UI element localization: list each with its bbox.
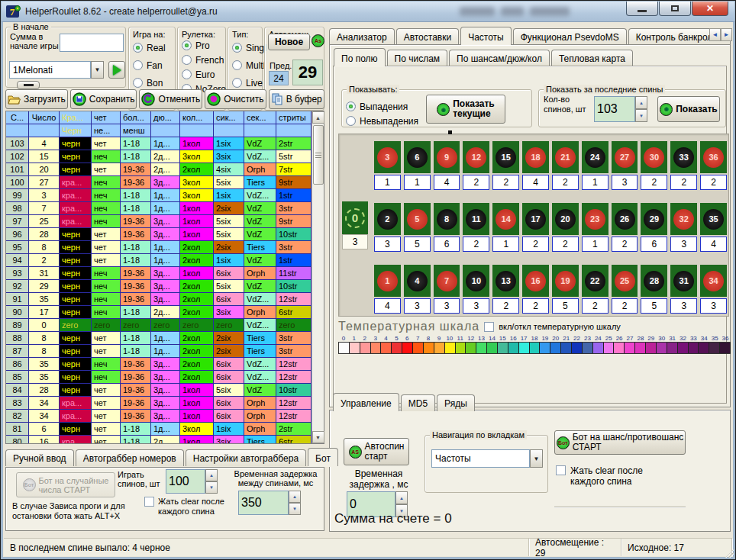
input-tab-1[interactable]: Ручной ввод [5,449,74,466]
scroll-down-icon[interactable]: ▼ [312,431,324,443]
autoshift-as-button[interactable]: As [312,34,324,47]
control-tab-2[interactable]: MD5 [401,394,435,411]
main-tab-1[interactable]: Анализатор [329,28,395,45]
combo-dropdown-icon[interactable]: ▼ [91,61,104,79]
radio-show-выпадения[interactable]: Выпадения [346,100,418,113]
table-cell: 0 [29,319,60,332]
board-count-24: 1 [582,175,608,190]
chance-bot-start-button[interactable]: Бот Бот на шанс/противошансСТАРТ [554,430,686,455]
radio-icon[interactable] [133,43,143,53]
board-count-13: 2 [492,298,519,314]
board-count-14: 1 [492,237,519,252]
stepper-up-icon[interactable]: ▲ [395,491,408,504]
table-cell: 3six [214,150,244,163]
radio-icon[interactable] [133,78,143,88]
close-button[interactable]: ✕ [692,2,728,16]
tab-navigation-combo[interactable]: Частоты ▼ [431,449,543,468]
spin-delay-value[interactable]: 350 [238,491,289,515]
radio-icon[interactable] [232,60,242,70]
scroll-thumb[interactable] [313,125,324,185]
black-number-chip: 2 [377,209,398,230]
spin-count-stepper[interactable]: 103 ▲▼ [594,96,647,122]
radio-roulette-french[interactable]: French [182,53,226,66]
main-tab-2[interactable]: Автоставки [396,28,460,45]
radio-icon[interactable] [182,69,192,79]
radio-show-невыпадения[interactable]: Невыпадения [346,114,418,127]
minimize-button[interactable] [626,2,658,16]
undo-button[interactable]: Отменить [139,89,202,109]
clear-after-spin-checkbox[interactable] [556,465,566,475]
clear-button[interactable]: Очистить [205,89,266,109]
load-button[interactable]: Загрузить [5,89,68,109]
table-cell: 31 [29,267,60,280]
show-current-button[interactable]: ◉ Показатьтекущие [426,95,505,124]
show-button[interactable]: ◉ Показать [657,96,720,122]
stepper-down-icon[interactable]: ▼ [205,481,218,494]
radio-icon[interactable] [133,60,143,70]
sum-at-start-input[interactable] [60,34,124,52]
input-tab-4[interactable]: Бот [308,448,338,466]
play-button[interactable] [108,61,125,79]
table-scrollbar[interactable]: ▲ ▼ [312,111,324,443]
spin-delay-stepper[interactable]: 350 ▲▼ [238,491,301,515]
board-number-23: 23 [582,203,608,235]
radio-icon[interactable] [182,55,192,65]
table-cell: 6six [214,397,244,410]
stepper-up-icon[interactable]: ▲ [289,491,301,503]
stepper-up-icon[interactable]: ▲ [205,469,218,481]
radio-roulette-euro[interactable]: Euro [182,68,226,81]
copy-to-buffer-button[interactable]: В буфер [269,89,324,109]
collapse-button[interactable] [17,81,40,89]
control-tab-1[interactable]: Управление [333,393,399,411]
table-cell: 87 [6,345,29,358]
input-tab-2[interactable]: Автограббер номеров [76,449,184,466]
autospin-start-button[interactable]: AS Автоспинстарт [344,438,409,465]
new-autoshift-button[interactable]: Новое [268,34,310,50]
freq-tab-1[interactable]: По полю [334,48,386,66]
input-tab-3[interactable]: Настройки автограббера [186,449,306,466]
radio-icon[interactable] [232,43,242,53]
stepper-down-icon[interactable]: ▼ [635,109,647,122]
table-cell: 12str [276,358,312,371]
stepper-down-icon[interactable]: ▼ [289,503,301,515]
radio-roulette-pro[interactable]: Pro [182,39,226,52]
radio-game-fan[interactable]: Fan [133,59,166,72]
tabs-scroll-left-icon[interactable]: ◄ [709,28,721,41]
radio-type-live[interactable]: Live [232,76,266,89]
stepper-up-icon[interactable]: ▲ [635,96,647,109]
tabs-scroll-right-icon[interactable]: ► [721,28,732,41]
radio-icon[interactable] [182,40,192,50]
spin-count-value[interactable]: 103 [594,96,635,122]
maximize-button[interactable] [659,2,691,16]
random-bot-start-button[interactable]: Бот Бот на случайныечисла СТАРТ [16,472,115,497]
freq-tab-4[interactable]: Тепловая карта [551,50,633,66]
radio-icon[interactable] [232,78,242,88]
save-button[interactable]: Сохранить [70,89,137,109]
main-tab-4[interactable]: Функционал PsevdoMS [513,28,627,45]
radio-type-multi[interactable]: Multi [232,59,266,72]
delay-label: Временнаязадержка , мс [341,468,417,490]
temp-scale-checkbox[interactable] [484,322,494,332]
group-start-legend: В начале [11,22,51,31]
radio-icon[interactable] [346,116,356,126]
play-spins-stepper[interactable]: 100 ▲▼ [166,469,218,494]
board-count-18: 4 [522,175,549,190]
control-tab-3[interactable]: Ряды [437,394,475,411]
table-cell: 1д... [151,202,180,215]
main-tab-3[interactable]: Частоты [460,27,512,45]
scroll-up-icon[interactable]: ▲ [312,111,324,124]
resize-grip[interactable] [725,549,734,558]
table-cell: 19-36 [121,371,151,384]
radio-icon[interactable] [346,101,356,111]
freq-tab-2[interactable]: По числам [387,50,448,66]
freq-tab-3[interactable]: По шансам/дюж/кол [449,50,550,66]
table-cell: Orph [244,163,276,176]
radio-game-bon[interactable]: Bon [133,76,166,89]
clear-after-spin-checkbox[interactable] [144,497,154,507]
play-spins-value[interactable]: 100 [166,469,205,494]
combo-dropdown-icon[interactable]: ▼ [530,449,543,468]
preset-combo[interactable]: 1Melonati ▼ [9,61,104,79]
table-cell: кра... [60,189,92,202]
radio-game-real[interactable]: Real [133,41,166,54]
radio-type-singl[interactable]: Singl [232,41,266,54]
